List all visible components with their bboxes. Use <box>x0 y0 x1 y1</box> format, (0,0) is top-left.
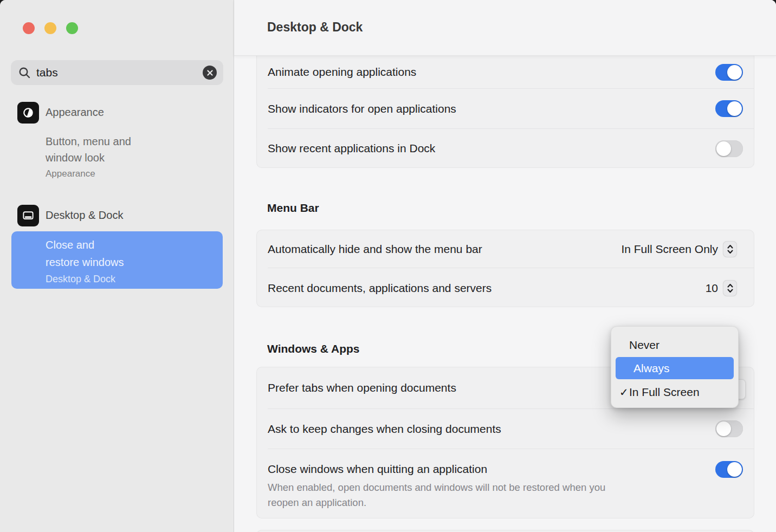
magnifier-icon <box>18 67 31 79</box>
search-input[interactable]: tabs <box>11 60 223 85</box>
checkmark-icon: ✓ <box>611 386 629 399</box>
recent-documents-value: 10 <box>706 282 718 295</box>
animate-opening-toggle[interactable] <box>715 64 743 81</box>
sidebar: tabs Appearance Button, menu and window … <box>0 0 234 532</box>
toggle-knob <box>727 65 742 80</box>
setting-label: Show recent applications in Dock <box>268 142 435 155</box>
toggle-knob <box>727 101 742 116</box>
setting-row-ask-keep-changes: Ask to keep changes when closing documen… <box>257 409 754 449</box>
search-result-close-restore-windows-selected[interactable]: Close and restore windows Desktop & Dock <box>11 231 223 289</box>
menu-item-label: Always <box>633 362 670 375</box>
menu-item-label: In Full Screen <box>629 386 700 399</box>
toggle-knob <box>716 421 731 436</box>
settings-pane: Desktop & Dock Animate opening applicati… <box>234 0 776 532</box>
prefer-tabs-popup-menu: Never Always ✓ In Full Screen <box>611 326 739 408</box>
show-recent-apps-toggle[interactable] <box>715 140 743 157</box>
system-settings-window: tabs Appearance Button, menu and window … <box>0 0 776 532</box>
menu-bar-settings-group: Automatically hide and show the menu bar… <box>256 230 754 307</box>
stepper-chevrons-icon <box>727 244 734 255</box>
sidebar-appearance-label: Appearance <box>46 106 104 119</box>
setting-row-close-windows-on-quit: Close windows when quitting an applicati… <box>257 449 754 519</box>
show-indicators-toggle[interactable] <box>715 100 743 117</box>
setting-row-recent-documents: Recent documents, applications and serve… <box>257 268 754 308</box>
menu-item-never[interactable]: Never <box>611 333 738 357</box>
result-title-line: Close and <box>46 236 124 254</box>
menu-item-in-full-screen[interactable]: ✓ In Full Screen <box>611 379 738 405</box>
setting-label: Ask to keep changes when closing documen… <box>268 423 501 436</box>
setting-row-show-indicators: Show indicators for open applications <box>257 89 754 128</box>
stepper-chevrons-icon <box>727 283 734 294</box>
setting-description: When enabled, open documents and windows… <box>268 480 605 510</box>
setting-label: Animate opening applications <box>268 66 416 79</box>
desktop-dock-app-icon <box>17 205 39 226</box>
close-window-button[interactable] <box>23 22 35 34</box>
setting-label: Show indicators for open applications <box>268 102 456 115</box>
page-title: Desktop & Dock <box>267 20 363 35</box>
recent-documents-stepper[interactable] <box>723 281 736 296</box>
minimize-window-button[interactable] <box>44 22 56 34</box>
setting-label: Recent documents, applications and serve… <box>268 282 492 295</box>
toggle-knob <box>727 462 742 477</box>
description-line: reopen an application. <box>268 495 605 510</box>
next-settings-group-partial <box>256 530 754 532</box>
search-query-text[interactable]: tabs <box>36 66 203 79</box>
result-subtitle: Appearance <box>46 166 131 182</box>
setting-row-autohide-menubar: Automatically hide and show the menu bar… <box>257 230 754 268</box>
section-heading-menu-bar: Menu Bar <box>267 202 319 215</box>
sidebar-item-appearance[interactable]: Appearance <box>0 102 234 124</box>
result-title-line: restore windows <box>46 254 124 271</box>
ask-keep-changes-toggle[interactable] <box>715 420 743 437</box>
search-result-appearance[interactable]: Button, menu and window look Appearance <box>46 133 131 182</box>
section-heading-windows-apps: Windows & Apps <box>267 342 360 355</box>
sidebar-desktop-dock-label: Desktop & Dock <box>46 209 123 222</box>
sidebar-item-desktop-dock[interactable]: Desktop & Dock <box>0 205 234 226</box>
menu-item-always-highlighted[interactable]: Always <box>616 357 734 379</box>
autohide-menubar-stepper[interactable] <box>723 242 736 257</box>
pane-header: Desktop & Dock <box>234 0 776 56</box>
zoom-window-button[interactable] <box>66 22 78 34</box>
close-windows-on-quit-toggle[interactable] <box>715 461 743 478</box>
setting-row-show-recent-apps: Show recent applications in Dock <box>257 129 754 168</box>
setting-label: Automatically hide and show the menu bar <box>268 243 482 256</box>
setting-label: Close windows when quitting an applicati… <box>268 463 487 476</box>
result-title-line: Button, menu and <box>46 133 131 150</box>
autohide-menubar-value: In Full Screen Only <box>621 243 718 256</box>
result-subtitle: Desktop & Dock <box>46 271 124 287</box>
description-line: When enabled, open documents and windows… <box>268 480 605 495</box>
result-title-line: window look <box>46 150 131 166</box>
setting-label: Prefer tabs when opening documents <box>268 381 456 394</box>
dock-settings-group: Animate opening applications Show indica… <box>256 56 754 168</box>
setting-row-animate-opening: Animate opening applications <box>257 56 754 88</box>
menu-item-label: Never <box>629 339 659 352</box>
appearance-app-icon <box>17 102 39 124</box>
clear-search-icon[interactable] <box>203 66 217 80</box>
toggle-knob <box>716 141 731 156</box>
